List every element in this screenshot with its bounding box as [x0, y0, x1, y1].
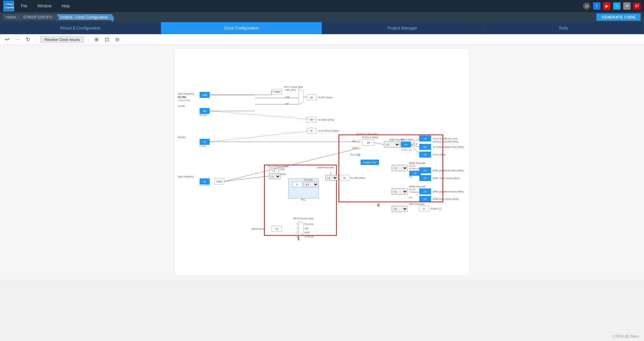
zoom-fit-button[interactable]: ⊡	[103, 36, 111, 43]
usb-prescaler-select[interactable]: / 1X 1.5	[325, 175, 338, 180]
svg-text:PLL: PLL	[301, 198, 306, 201]
st-icon[interactable]: ST	[633, 2, 641, 10]
tab-project-manager[interactable]: Project Manager	[322, 22, 483, 34]
svg-text:16: 16	[424, 197, 427, 201]
zoom-in-button[interactable]: ⊕	[93, 36, 100, 43]
svg-rect-112	[288, 178, 319, 198]
svg-text:16: 16	[424, 137, 427, 140]
tab-tools[interactable]: Tools	[483, 22, 644, 34]
svg-text:APB1 Timer clocks (MHz): APB1 Timer clocks (MHz)	[433, 177, 460, 180]
apb1-prescaler-select[interactable]: / 1/ 2/ 4	[392, 165, 408, 171]
svg-text:16: 16	[424, 177, 427, 180]
community-icon[interactable]: ✦	[623, 2, 631, 10]
breadcrumb-bar: Home STM32F103C8Tx Untitled - Clock Conf…	[0, 12, 644, 22]
svg-text:Enable CSS: Enable CSS	[363, 161, 376, 164]
svg-text:APB2 timer clocks (MHz): APB2 timer clocks (MHz)	[433, 198, 459, 201]
svg-text:36 MHz max: 36 MHz max	[409, 168, 421, 170]
svg-text:16: 16	[414, 172, 416, 174]
svg-point-106	[279, 169, 281, 171]
svg-text:2: 2	[377, 203, 380, 208]
toolbar-separator	[36, 36, 36, 43]
svg-text:X 1: X 1	[409, 175, 413, 178]
svg-text:72 MHz max: 72 MHz max	[401, 149, 412, 151]
logo-cube: STM32 CubeMX	[3, 1, 14, 11]
pllmul-select[interactable]: X 2X 3X 4X 6X 8X 16	[304, 182, 319, 187]
redo-button[interactable]: ↪	[14, 36, 21, 43]
svg-text:X 1: X 1	[409, 196, 413, 199]
svg-text:SYSCLK (MHz): SYSCLK (MHz)	[362, 136, 379, 139]
svg-text:16: 16	[343, 177, 346, 179]
svg-text:STM32: STM32	[5, 3, 13, 5]
svg-text:16: 16	[405, 143, 408, 146]
svg-point-41	[358, 140, 360, 143]
breadcrumb-device[interactable]: STM32F103C8Tx	[20, 14, 56, 20]
svg-text:HCLK (MHz): HCLK (MHz)	[401, 138, 414, 141]
zoom-out-button[interactable]: ⊖	[113, 36, 121, 43]
svg-text:8: 8	[297, 183, 298, 186]
facebook-icon[interactable]: f	[593, 2, 600, 10]
svg-text:(MHz) MCO: (MHz) MCO	[252, 228, 264, 230]
svg-text:To IWDG (KHz): To IWDG (KHz)	[318, 119, 334, 121]
breadcrumb-home[interactable]: Home	[3, 14, 20, 20]
svg-text:40: 40	[310, 119, 313, 121]
svg-text:LSI: LSI	[285, 103, 289, 105]
menu-bar: File Window Help	[21, 4, 70, 8]
toolbar-separator-2	[88, 36, 89, 43]
svg-text:LSE: LSE	[202, 94, 207, 97]
undo-button[interactable]: ↩	[3, 36, 11, 43]
svg-text:2: 2	[330, 172, 331, 174]
tab-clock[interactable]: Clock Configuration	[161, 22, 322, 34]
svg-text:To Cortex System timer (MHz): To Cortex System timer (MHz)	[433, 146, 464, 149]
svg-text:SYSCLK: SYSCLK	[305, 235, 314, 238]
svg-text:40 KHz: 40 KHz	[200, 114, 207, 116]
svg-text:0-1000 KHz: 0-1000 KHz	[178, 99, 190, 102]
svg-text:32.768: 32.768	[178, 96, 186, 99]
tab-pinout[interactable]: Pinout & Configuration	[0, 22, 161, 34]
svg-text:memory and DMA (MHz): memory and DMA (MHz)	[433, 140, 459, 143]
svg-text:LSI RC: LSI RC	[178, 105, 185, 107]
toolbar: ↩ ↪ ↻ Resolve Clock Issues ⊕ ⊡ ⊖	[0, 34, 644, 45]
tab-bar: Pinout & Configuration Clock Configurati…	[0, 22, 644, 34]
youtube-icon[interactable]: ▶	[603, 2, 610, 10]
refresh-button[interactable]: ↻	[24, 36, 32, 43]
menu-help[interactable]: Help	[62, 4, 70, 8]
apb2-prescaler-select[interactable]: / 1/ 2/ 4	[392, 188, 408, 194]
clock-diagram: Input frequency 32.768 0-1000 KHz LSE LS…	[174, 48, 470, 276]
pll-hse-div-select[interactable]: / 1/ 2	[269, 174, 281, 179]
svg-point-133	[297, 227, 299, 229]
twitter-icon[interactable]: 𝕏	[613, 2, 621, 10]
svg-text:4-15 MHz: 4-15 MHz	[200, 184, 210, 186]
notification-badge[interactable]: 19	[583, 2, 590, 10]
adc-prescaler-select[interactable]: / 2/ 4/ 6/ 8	[392, 206, 408, 212]
svg-text:/ 2: / 2	[272, 170, 275, 172]
generate-code-button[interactable]: GENERATE CODE	[596, 13, 641, 21]
ahb-prescaler-select[interactable]: / 1/ 2/ 4/ 8	[384, 141, 400, 148]
diagram-svg: Input frequency 32.768 0-1000 KHz LSE LS…	[174, 48, 470, 276]
svg-text:*PLLMul: *PLLMul	[304, 179, 313, 181]
svg-text:HCLK to AHB bus, core,: HCLK to AHB bus, core,	[433, 137, 458, 140]
breadcrumb: Home STM32F103C8Tx Untitled - Clock Conf…	[3, 14, 112, 20]
svg-text:HSI RC: HSI RC	[178, 136, 186, 138]
svg-text:HSI: HSI	[305, 227, 309, 230]
svg-text:HSI: HSI	[281, 168, 285, 170]
svg-text:Input frequency: Input frequency	[178, 93, 194, 95]
svg-text:RTC Clock Mux: RTC Clock Mux	[284, 86, 303, 89]
svg-text:APB1 Prescaler: APB1 Prescaler	[409, 162, 426, 164]
svg-text:HSE: HSE	[305, 231, 310, 234]
svg-text:40: 40	[203, 110, 206, 113]
svg-text:PLL Source Mux: PLL Source Mux	[269, 165, 288, 168]
svg-text:HSE: HSE	[281, 173, 286, 175]
svg-text:40: 40	[310, 96, 313, 99]
svg-text:16: 16	[424, 153, 427, 156]
svg-text:To RTC (KHz): To RTC (KHz)	[318, 96, 332, 99]
svg-text:8: 8	[204, 180, 206, 183]
svg-text:FCLK (MHz): FCLK (MHz)	[433, 154, 446, 156]
svg-text:PCLK2: PCLK2	[409, 188, 416, 190]
svg-text:HSI: HSI	[352, 140, 356, 143]
resolve-clock-button[interactable]: Resolve Clock Issues	[40, 36, 84, 43]
menu-file[interactable]: File	[21, 4, 27, 8]
svg-text:APB2 Prescaler: APB2 Prescaler	[409, 185, 426, 188]
svg-marker-127	[299, 221, 304, 237]
menu-window[interactable]: Window	[37, 4, 52, 8]
breadcrumb-current[interactable]: Untitled - Clock Configuration	[57, 14, 112, 20]
